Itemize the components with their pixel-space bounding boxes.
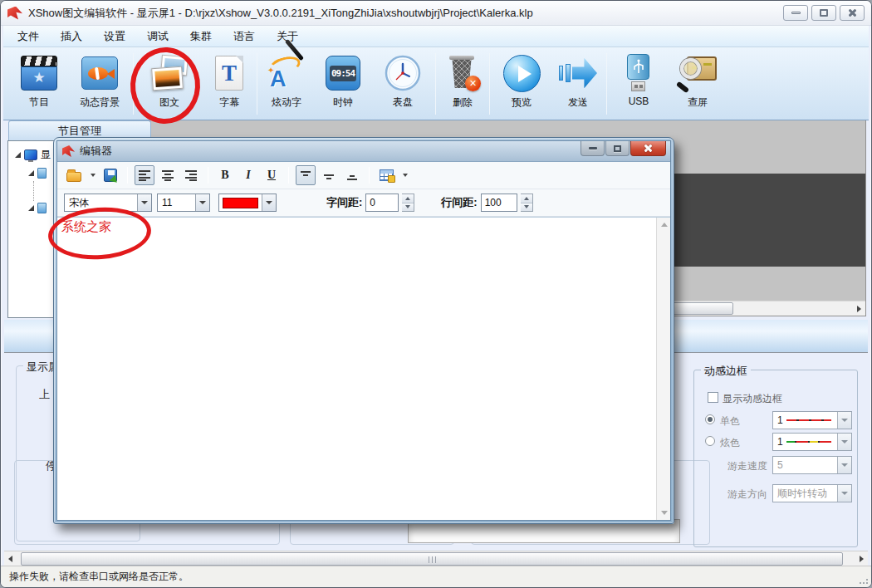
maximize-button[interactable] xyxy=(811,5,836,21)
editor-dialog: 编辑器 xyxy=(53,137,674,524)
dropdown-arrow-icon[interactable] xyxy=(837,457,851,473)
toolbar-button-send[interactable]: 发送 xyxy=(551,50,605,120)
open-file-dropdown[interactable] xyxy=(87,165,97,185)
dropdown-arrow-icon[interactable] xyxy=(262,194,276,211)
line-spacing-stepper[interactable] xyxy=(521,194,533,212)
menu-insert[interactable]: 插入 xyxy=(50,26,93,47)
speed-dropdown[interactable]: 5 xyxy=(772,456,852,474)
font-color-select[interactable] xyxy=(218,194,277,212)
minimize-button[interactable] xyxy=(783,5,808,21)
valign-top-icon xyxy=(299,169,312,181)
underline-button[interactable]: U xyxy=(262,165,282,185)
save-icon xyxy=(104,169,117,182)
align-center-icon xyxy=(161,169,174,181)
color-swatch-red xyxy=(223,198,258,208)
chevron-down-icon xyxy=(403,174,408,177)
toolbar-button-subtitle[interactable]: 字幕 xyxy=(203,50,255,120)
toolbar-button-program[interactable]: 节目 xyxy=(10,50,68,120)
editor-content[interactable]: 系统之家 xyxy=(57,218,656,520)
toolbar-button-dynamic-background[interactable]: 动态背景 xyxy=(68,50,131,120)
font-size-select[interactable]: 11 xyxy=(157,194,210,212)
toolbar-button-dazzle-text[interactable]: A 炫动字 xyxy=(259,50,314,120)
toolbar-button-usb[interactable]: USB xyxy=(609,50,669,120)
toolbar-button-delete[interactable]: 删除 xyxy=(438,50,487,120)
expand-triangle-icon[interactable] xyxy=(28,170,34,176)
scroll-down-icon[interactable] xyxy=(661,511,668,515)
scroll-right-icon[interactable] xyxy=(857,306,861,312)
tree-node-child[interactable] xyxy=(28,203,47,213)
align-right-button[interactable] xyxy=(181,165,201,185)
dropdown-arrow-icon[interactable] xyxy=(195,194,209,211)
editor-close-button[interactable] xyxy=(630,141,666,156)
monitor-icon xyxy=(24,149,37,160)
toolbar-button-preview[interactable]: 预览 xyxy=(492,50,551,120)
main-horizontal-scrollbar[interactable] xyxy=(4,551,868,566)
minimize-icon xyxy=(791,12,801,14)
editor-minimize-button[interactable] xyxy=(581,141,605,156)
menu-file[interactable]: 文件 xyxy=(7,26,50,47)
multi-color-radio[interactable] xyxy=(705,436,715,446)
save-button[interactable] xyxy=(100,165,120,185)
main-scrollbar-thumb[interactable] xyxy=(21,552,843,566)
valign-top-button[interactable] xyxy=(296,165,316,185)
toolbar-separator xyxy=(489,53,490,115)
char-spacing-stepper[interactable] xyxy=(402,194,414,212)
menu-language[interactable]: 语言 xyxy=(223,26,266,47)
valign-bottom-button[interactable] xyxy=(342,165,362,185)
scroll-right-icon[interactable] xyxy=(860,556,864,562)
editor-vertical-scrollbar[interactable] xyxy=(656,218,670,520)
dropdown-arrow-icon[interactable] xyxy=(837,412,851,429)
dropdown-arrow-icon[interactable] xyxy=(137,194,151,211)
tree-node-display[interactable]: 显 xyxy=(15,148,51,162)
close-icon xyxy=(644,144,653,153)
scroll-left-icon[interactable] xyxy=(8,556,12,562)
menu-settings[interactable]: 设置 xyxy=(93,26,136,47)
play-icon xyxy=(502,53,541,93)
single-color-dropdown[interactable]: 1 xyxy=(772,411,852,429)
editor-maximize-button[interactable] xyxy=(605,141,630,156)
editor-text-area[interactable]: 系统之家 xyxy=(57,217,670,520)
toolbar-button-dial[interactable]: 表盘 xyxy=(372,50,434,120)
menu-cluster[interactable]: 集群 xyxy=(179,26,223,47)
align-center-button[interactable] xyxy=(158,165,178,185)
tree-node-child[interactable] xyxy=(28,168,47,179)
trash-icon xyxy=(443,53,483,93)
resize-grip-icon[interactable] xyxy=(860,576,868,584)
menu-debug[interactable]: 调试 xyxy=(136,26,179,47)
line-spacing-input[interactable] xyxy=(481,194,517,212)
align-left-button[interactable] xyxy=(135,165,154,185)
bold-button[interactable]: B xyxy=(215,165,235,185)
valign-middle-button[interactable] xyxy=(319,165,339,185)
direction-dropdown[interactable]: 顺时针转动 xyxy=(772,484,852,502)
property-label: 上 xyxy=(39,387,50,402)
toolbar-button-clock[interactable]: 09:54 时钟 xyxy=(314,50,372,120)
show-border-checkbox[interactable] xyxy=(708,392,718,403)
scroll-up-icon[interactable] xyxy=(661,223,668,227)
toolbar-separator xyxy=(369,167,370,184)
minimize-icon xyxy=(589,147,597,149)
dropdown-arrow-icon[interactable] xyxy=(837,434,851,450)
expand-triangle-icon[interactable] xyxy=(28,205,34,211)
table-button[interactable] xyxy=(376,165,396,185)
editor-toolbar-row1: B I U xyxy=(57,162,670,189)
multi-color-label: 炫色 xyxy=(720,436,740,450)
toolbar-button-check-screen[interactable]: 查屏 xyxy=(669,50,727,120)
program-item-icon xyxy=(37,168,47,179)
italic-button[interactable]: I xyxy=(238,165,258,185)
clapperboard-icon xyxy=(19,53,59,93)
clownfish-icon xyxy=(80,53,120,93)
folder-icon xyxy=(66,172,81,182)
table-dropdown[interactable] xyxy=(399,165,409,185)
char-spacing-input[interactable] xyxy=(365,194,399,212)
magnifier-screen-icon xyxy=(678,53,718,93)
close-button[interactable] xyxy=(840,5,865,21)
expand-triangle-icon[interactable] xyxy=(15,152,21,158)
align-right-icon xyxy=(184,169,198,181)
open-file-button[interactable] xyxy=(64,165,84,185)
app-logo-icon xyxy=(7,7,22,20)
multi-color-dropdown[interactable]: 1 xyxy=(772,433,852,451)
menubar: 文件 插入 设置 调试 集群 语言 关于 xyxy=(3,26,869,47)
dropdown-arrow-icon[interactable] xyxy=(837,485,851,502)
chevron-down-icon xyxy=(91,174,96,177)
single-color-radio[interactable] xyxy=(705,414,715,424)
